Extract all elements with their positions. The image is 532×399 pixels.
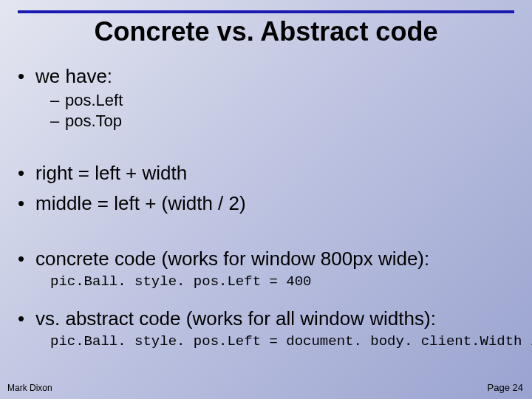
slide: Concrete vs. Abstract code • we have: – … bbox=[0, 0, 532, 399]
bullet-text: vs. abstract code (works for all window … bbox=[35, 307, 436, 330]
spacer bbox=[18, 294, 514, 300]
dash-icon: – bbox=[50, 112, 65, 131]
bullet-dot-icon: • bbox=[18, 162, 35, 185]
bullet-dot-icon: • bbox=[18, 65, 35, 88]
footer-author: Mark Dixon bbox=[7, 383, 52, 393]
bullet-text: we have: bbox=[35, 65, 112, 88]
bullet-right-eq: • right = left + width bbox=[18, 162, 514, 185]
bullet-abstract-intro: • vs. abstract code (works for all windo… bbox=[18, 307, 514, 330]
subbullet-text: pos.Top bbox=[65, 112, 122, 131]
bullet-dot-icon: • bbox=[18, 307, 35, 330]
bullet-concrete-intro: • concrete code (works for window 800px … bbox=[18, 248, 514, 270]
title-rule bbox=[18, 10, 514, 13]
bullet-dot-icon: • bbox=[18, 192, 35, 215]
bullet-we-have: • we have: bbox=[18, 65, 514, 88]
code-concrete: pic.Ball. style. pos.Left = 400 bbox=[50, 273, 514, 290]
bullet-dot-icon: • bbox=[18, 248, 35, 270]
bullet-text: concrete code (works for window 800px wi… bbox=[35, 248, 429, 270]
subbullet-postop: – pos.Top bbox=[50, 112, 514, 131]
dash-icon: – bbox=[50, 91, 65, 110]
subbullet-text: pos.Left bbox=[65, 91, 123, 110]
code-abstract: pic.Ball. style. pos.Left = document. bo… bbox=[50, 333, 514, 349]
bullet-text: right = left + width bbox=[35, 162, 187, 185]
slide-body: • we have: – pos.Left – pos.Top • right … bbox=[18, 58, 514, 354]
bullet-middle-eq: • middle = left + (width / 2) bbox=[18, 192, 514, 215]
spacer bbox=[18, 218, 514, 240]
spacer bbox=[18, 132, 514, 154]
bullet-text: middle = left + (width / 2) bbox=[35, 192, 246, 215]
footer-page: Page 24 bbox=[488, 382, 523, 393]
slide-title: Concrete vs. Abstract code bbox=[0, 16, 532, 47]
subbullet-posleft: – pos.Left bbox=[50, 91, 514, 110]
